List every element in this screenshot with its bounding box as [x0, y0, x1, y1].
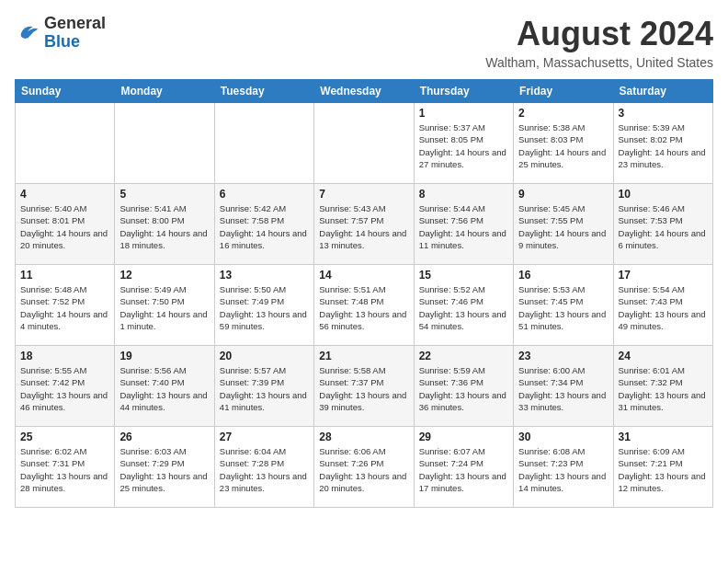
- cell-info: Sunrise: 5:51 AMSunset: 7:48 PMDaylight:…: [319, 283, 408, 332]
- cell-info: Sunrise: 5:56 AMSunset: 7:40 PMDaylight:…: [119, 364, 209, 413]
- day-header-tuesday: Tuesday: [214, 80, 313, 103]
- calendar-cell: 8Sunrise: 5:44 AMSunset: 7:56 PMDaylight…: [414, 184, 513, 265]
- calendar-cell: 16Sunrise: 5:53 AMSunset: 7:45 PMDayligh…: [514, 265, 613, 346]
- cell-info: Sunrise: 6:02 AMSunset: 7:31 PMDaylight:…: [20, 445, 109, 494]
- calendar-cell: 29Sunrise: 6:07 AMSunset: 7:24 PMDayligh…: [414, 427, 513, 508]
- logo-text: General Blue: [44, 15, 106, 52]
- day-header-monday: Monday: [115, 80, 214, 103]
- calendar-cell: 7Sunrise: 5:43 AMSunset: 7:57 PMDaylight…: [314, 184, 414, 265]
- calendar-cell: 26Sunrise: 6:03 AMSunset: 7:29 PMDayligh…: [115, 427, 214, 508]
- calendar-cell: 23Sunrise: 6:00 AMSunset: 7:34 PMDayligh…: [514, 346, 613, 427]
- day-header-thursday: Thursday: [414, 80, 513, 103]
- cell-date: 22: [419, 350, 508, 362]
- calendar-cell: 18Sunrise: 5:55 AMSunset: 7:42 PMDayligh…: [16, 346, 115, 427]
- cell-date: 8: [419, 188, 508, 201]
- cell-info: Sunrise: 6:03 AMSunset: 7:29 PMDaylight:…: [119, 445, 209, 494]
- calendar-cell: 2Sunrise: 5:38 AMSunset: 8:03 PMDaylight…: [514, 103, 613, 184]
- calendar-cell: 3Sunrise: 5:39 AMSunset: 8:02 PMDaylight…: [613, 103, 712, 184]
- calendar-cell: [115, 103, 214, 184]
- cell-info: Sunrise: 6:00 AMSunset: 7:34 PMDaylight:…: [518, 364, 608, 413]
- day-header-wednesday: Wednesday: [314, 80, 414, 103]
- cell-date: 7: [319, 188, 408, 201]
- cell-date: 16: [518, 269, 608, 282]
- day-header-friday: Friday: [514, 80, 613, 103]
- cell-date: 1: [419, 107, 508, 120]
- calendar-cell: 15Sunrise: 5:52 AMSunset: 7:46 PMDayligh…: [414, 265, 513, 346]
- calendar-cell: 4Sunrise: 5:40 AMSunset: 8:01 PMDaylight…: [16, 184, 115, 265]
- cell-date: 14: [319, 269, 408, 282]
- calendar-cell: 17Sunrise: 5:54 AMSunset: 7:43 PMDayligh…: [613, 265, 712, 346]
- calendar-subtitle: Waltham, Massachusetts, United States: [485, 55, 713, 70]
- cell-date: 27: [220, 431, 309, 443]
- cell-info: Sunrise: 6:09 AMSunset: 7:21 PMDaylight:…: [619, 445, 708, 494]
- calendar-cell: [214, 103, 313, 184]
- cell-info: Sunrise: 5:37 AMSunset: 8:05 PMDaylight:…: [419, 121, 508, 170]
- page-header: General Blue August 2024 Waltham, Massac…: [15, 15, 713, 70]
- calendar-cell: 12Sunrise: 5:49 AMSunset: 7:50 PMDayligh…: [115, 265, 214, 346]
- cell-info: Sunrise: 5:41 AMSunset: 8:00 PMDaylight:…: [119, 202, 209, 251]
- cell-info: Sunrise: 5:40 AMSunset: 8:01 PMDaylight:…: [20, 202, 109, 251]
- week-row-3: 11Sunrise: 5:48 AMSunset: 7:52 PMDayligh…: [16, 265, 713, 346]
- cell-date: 25: [20, 431, 109, 443]
- calendar-cell: 21Sunrise: 5:58 AMSunset: 7:37 PMDayligh…: [314, 346, 414, 427]
- cell-date: 3: [619, 107, 708, 120]
- cell-date: 21: [319, 350, 408, 362]
- week-row-2: 4Sunrise: 5:40 AMSunset: 8:01 PMDaylight…: [16, 184, 713, 265]
- cell-date: 15: [419, 269, 508, 282]
- calendar-table: SundayMondayTuesdayWednesdayThursdayFrid…: [15, 79, 713, 508]
- cell-date: 13: [220, 269, 309, 282]
- calendar-cell: 14Sunrise: 5:51 AMSunset: 7:48 PMDayligh…: [314, 265, 414, 346]
- cell-info: Sunrise: 5:59 AMSunset: 7:36 PMDaylight:…: [419, 364, 508, 413]
- cell-date: 31: [619, 431, 708, 443]
- calendar-cell: 20Sunrise: 5:57 AMSunset: 7:39 PMDayligh…: [214, 346, 313, 427]
- cell-info: Sunrise: 5:50 AMSunset: 7:49 PMDaylight:…: [220, 283, 309, 332]
- week-row-5: 25Sunrise: 6:02 AMSunset: 7:31 PMDayligh…: [16, 427, 713, 508]
- cell-date: 17: [619, 269, 708, 282]
- cell-date: 11: [20, 269, 109, 282]
- cell-date: 30: [518, 431, 608, 443]
- cell-date: 28: [319, 431, 408, 443]
- cell-info: Sunrise: 6:08 AMSunset: 7:23 PMDaylight:…: [518, 445, 608, 494]
- cell-date: 10: [619, 188, 708, 201]
- cell-info: Sunrise: 5:57 AMSunset: 7:39 PMDaylight:…: [220, 364, 309, 413]
- day-header-sunday: Sunday: [16, 80, 115, 103]
- calendar-cell: [16, 103, 115, 184]
- cell-info: Sunrise: 6:04 AMSunset: 7:28 PMDaylight:…: [220, 445, 309, 494]
- cell-info: Sunrise: 5:45 AMSunset: 7:55 PMDaylight:…: [518, 202, 608, 251]
- title-block: August 2024 Waltham, Massachusetts, Unit…: [485, 15, 713, 70]
- cell-info: Sunrise: 5:39 AMSunset: 8:02 PMDaylight:…: [619, 121, 708, 170]
- logo-bird-icon: [15, 20, 40, 46]
- cell-date: 5: [119, 188, 209, 201]
- header-row: SundayMondayTuesdayWednesdayThursdayFrid…: [16, 80, 713, 103]
- cell-date: 6: [220, 188, 309, 201]
- calendar-cell: 24Sunrise: 6:01 AMSunset: 7:32 PMDayligh…: [613, 346, 712, 427]
- cell-info: Sunrise: 5:44 AMSunset: 7:56 PMDaylight:…: [419, 202, 508, 251]
- calendar-cell: 10Sunrise: 5:46 AMSunset: 7:53 PMDayligh…: [613, 184, 712, 265]
- calendar-cell: 31Sunrise: 6:09 AMSunset: 7:21 PMDayligh…: [613, 427, 712, 508]
- cell-date: 29: [419, 431, 508, 443]
- cell-info: Sunrise: 5:42 AMSunset: 7:58 PMDaylight:…: [220, 202, 309, 251]
- calendar-cell: [314, 103, 414, 184]
- calendar-cell: 5Sunrise: 5:41 AMSunset: 8:00 PMDaylight…: [115, 184, 214, 265]
- cell-info: Sunrise: 5:53 AMSunset: 7:45 PMDaylight:…: [518, 283, 608, 332]
- cell-date: 26: [119, 431, 209, 443]
- cell-date: 18: [20, 350, 109, 362]
- cell-date: 9: [518, 188, 608, 201]
- calendar-cell: 28Sunrise: 6:06 AMSunset: 7:26 PMDayligh…: [314, 427, 414, 508]
- calendar-cell: 27Sunrise: 6:04 AMSunset: 7:28 PMDayligh…: [214, 427, 313, 508]
- cell-info: Sunrise: 5:48 AMSunset: 7:52 PMDaylight:…: [20, 283, 109, 332]
- cell-date: 2: [518, 107, 608, 120]
- calendar-cell: 25Sunrise: 6:02 AMSunset: 7:31 PMDayligh…: [16, 427, 115, 508]
- cell-date: 4: [20, 188, 109, 201]
- cell-date: 20: [220, 350, 309, 362]
- calendar-cell: 6Sunrise: 5:42 AMSunset: 7:58 PMDaylight…: [214, 184, 313, 265]
- cell-info: Sunrise: 6:06 AMSunset: 7:26 PMDaylight:…: [319, 445, 408, 494]
- cell-date: 23: [518, 350, 608, 362]
- cell-info: Sunrise: 5:49 AMSunset: 7:50 PMDaylight:…: [119, 283, 209, 332]
- day-header-saturday: Saturday: [613, 80, 712, 103]
- calendar-cell: 11Sunrise: 5:48 AMSunset: 7:52 PMDayligh…: [16, 265, 115, 346]
- cell-info: Sunrise: 6:07 AMSunset: 7:24 PMDaylight:…: [419, 445, 508, 494]
- calendar-cell: 1Sunrise: 5:37 AMSunset: 8:05 PMDaylight…: [414, 103, 513, 184]
- logo: General Blue: [15, 15, 106, 52]
- calendar-cell: 13Sunrise: 5:50 AMSunset: 7:49 PMDayligh…: [214, 265, 313, 346]
